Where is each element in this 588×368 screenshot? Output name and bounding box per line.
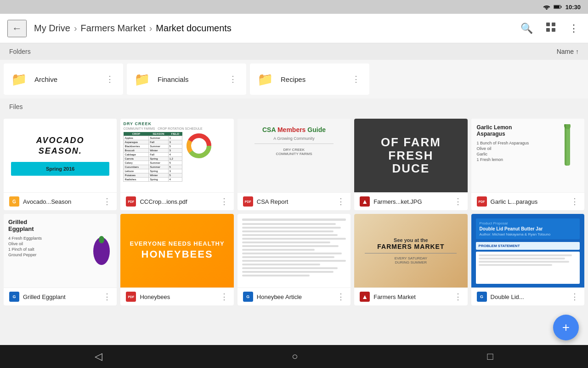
sort-label: Name [557,48,574,55]
file-more-eggplant[interactable]: ⋮ [103,292,111,302]
file-preview-csa: CSA Members Guide A Growing Community DR… [237,119,351,192]
file-type-icon-cccrop: PDF [126,196,136,207]
folder-recipes[interactable]: 📁 Recipes ⋮ [250,63,369,95]
file-info-csa: PDF CSA Report ⋮ [237,192,351,210]
file-info-farmersmarket-img: ▲ Farmers Market ⋮ [354,288,467,305]
file-name-farmersmarket-img: Farmers Market [373,293,450,300]
breadcrumb: My Drive › Farmers Market › Market docum… [34,23,519,34]
file-farmersmarket-img[interactable]: See you at the FARMERS MARKET EVERY SATU… [354,214,467,305]
file-preview-farmersmarket-img: See you at the FARMERS MARKET EVERY SATU… [354,214,467,288]
file-more-honeybees[interactable]: ⋮ [220,292,228,302]
status-icons [543,4,562,10]
file-preview-cccrop: DRY CREEK COMMUNITY FARMS CROP ROTATION … [120,119,233,192]
file-more-garlic[interactable]: ⋮ [571,196,579,207]
file-name-proposal: Double Lid... [491,293,567,300]
breadcrumb-sep-1: › [74,23,77,34]
file-farmersket-jpg[interactable]: OF FARMFRESHDUCE ▲ Farmers...ket.JPG ⋮ [354,119,467,210]
status-time: 10:30 [565,4,581,11]
file-garlic[interactable]: Garlic LemonAsparagus 1 Bunch of Fresh A… [471,119,584,210]
back-button[interactable]: ← [7,20,27,37]
file-more-cccrop[interactable]: ⋮ [220,196,228,207]
file-csa-report[interactable]: CSA Members Guide A Growing Community DR… [237,119,351,210]
file-info-avocado: G Avocado...Season ⋮ [4,192,117,210]
file-preview-honeybees: EVERYONE NEEDS HEALTHYHONEYBEES [120,214,233,288]
file-type-icon-eggplant: G [9,292,19,302]
file-name-cccrop: CCCrop...ions.pdf [140,198,216,205]
folders-grid: 📁 Archive ⋮ 📁 Financials ⋮ 📁 Recipes ⋮ [0,60,588,98]
wifi-icon [543,4,551,10]
file-avocado-season[interactable]: AvocadoSeason. Spring 2016 G Avocado...S… [4,119,117,210]
svg-rect-1 [560,6,561,8]
files-section-header: Files [0,98,588,115]
file-cccrop[interactable]: DRY CREEK COMMUNITY FARMS CROP ROTATION … [120,119,233,210]
file-preview-eggplant: GrilledEggplant 4 Fresh Eggplants Olive … [4,214,117,288]
toolbar-actions: 🔍 ⋮ [519,20,581,37]
file-more-proposal[interactable]: ⋮ [571,292,579,302]
file-name-farmersket: Farmers...ket.JPG [373,198,450,205]
folder-name-financials: Financials [158,75,220,83]
file-more-avocado[interactable]: ⋮ [103,196,111,207]
folder-more-financials[interactable]: ⋮ [227,72,239,86]
file-name-garlic: Garlic L...paragus [491,198,567,205]
svg-point-18 [99,236,104,243]
file-preview-farmersket: OF FARMFRESHDUCE [354,119,467,192]
file-name-csa: CSA Report [257,198,333,205]
file-name-avocado: Avocado...Season [23,198,99,205]
breadcrumb-farmersmarket[interactable]: Farmers Market [81,23,146,34]
fab-button[interactable]: + [553,315,579,340]
folder-archive[interactable]: 📁 Archive ⋮ [4,63,123,95]
folder-more-recipes[interactable]: ⋮ [350,72,362,86]
nav-home-icon[interactable]: ○ [292,351,298,362]
file-more-honeybee-article[interactable]: ⋮ [337,292,345,302]
files-grid: AvocadoSeason. Spring 2016 G Avocado...S… [0,115,588,309]
file-info-eggplant: G Grilled Eggplant ⋮ [4,288,117,305]
sort-control[interactable]: Name ↑ [557,48,579,55]
toolbar: ← My Drive › Farmers Market › Market doc… [0,14,588,43]
file-honeybees[interactable]: EVERYONE NEEDS HEALTHYHONEYBEES PDF Hone… [120,214,233,305]
file-type-icon-farmersket: ▲ [360,196,370,207]
grid-view-icon[interactable] [544,20,558,37]
file-info-farmersket: ▲ Farmers...ket.JPG ⋮ [354,192,467,210]
folder-icon-financials: 📁 [134,72,150,87]
file-preview-garlic: Garlic LemonAsparagus 1 Bunch of Fresh A… [471,119,584,192]
nav-back-icon[interactable]: ◁ [95,351,102,362]
more-options-icon[interactable]: ⋮ [567,21,581,36]
file-type-icon-proposal: G [477,292,487,302]
file-more-csa[interactable]: ⋮ [337,196,345,207]
file-info-cccrop: PDF CCCrop...ions.pdf ⋮ [120,192,233,210]
svg-rect-4 [552,23,555,26]
file-type-icon-avocado: G [9,196,19,207]
folder-icon-archive: 📁 [11,72,27,87]
file-type-icon-honeybees: PDF [126,292,136,302]
file-name-eggplant: Grilled Eggplant [23,293,99,300]
folders-label: Folders [9,48,31,55]
file-preview-honeybee-article [237,214,351,288]
file-type-icon-farmersmarket-img: ▲ [360,292,370,302]
file-type-icon-garlic: PDF [477,196,487,207]
file-more-farmersmarket-img[interactable]: ⋮ [454,292,462,302]
nav-recents-icon[interactable]: □ [487,351,493,362]
file-info-proposal: G Double Lid... ⋮ [471,288,584,305]
breadcrumb-mydrive[interactable]: My Drive [34,23,70,34]
file-more-farmersket[interactable]: ⋮ [454,196,462,207]
folder-financials[interactable]: 📁 Financials ⋮ [127,63,246,95]
file-preview-proposal: Product Proposal Double Lid Peanut Butte… [471,214,584,288]
file-eggplant[interactable]: GrilledEggplant 4 Fresh Eggplants Olive … [4,214,117,305]
svg-rect-3 [546,23,550,26]
file-name-honeybees: Honeybees [140,293,216,300]
svg-rect-15 [566,124,570,166]
battery-icon [554,4,562,10]
file-info-honeybees: PDF Honeybees ⋮ [120,288,233,305]
svg-rect-2 [554,6,560,8]
file-name-honeybee-article: Honeybee Article [257,293,333,300]
svg-rect-5 [546,28,550,32]
folder-more-archive[interactable]: ⋮ [104,72,116,86]
file-proposal[interactable]: Product Proposal Double Lid Peanut Butte… [471,214,584,305]
file-type-icon-honeybee-article: G [243,292,253,302]
sort-direction-icon: ↑ [576,48,579,55]
file-honeybee-article[interactable]: G Honeybee Article ⋮ [237,214,351,305]
file-preview-avocado: AvocadoSeason. Spring 2016 [4,119,117,192]
file-type-icon-csa: PDF [243,196,253,207]
search-icon[interactable]: 🔍 [519,21,535,36]
folders-section-header: Folders Name ↑ [0,43,588,60]
